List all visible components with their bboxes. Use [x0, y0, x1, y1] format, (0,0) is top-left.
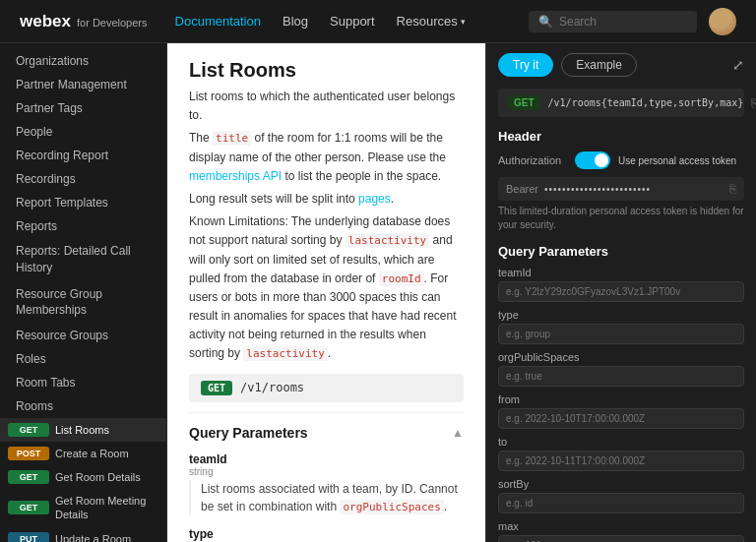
sidebar-api-get-room-meeting[interactable]: GET Get Room Meeting Details	[0, 489, 166, 527]
tab-try-it[interactable]: Try it	[498, 53, 553, 77]
endpoint-block: GET /v1/rooms{teamId,type,sortBy,max} ⎘	[498, 89, 744, 117]
qp-type-input[interactable]	[498, 324, 744, 344]
topnav: webex for Developers Documentation Blog …	[0, 0, 756, 43]
auth-toggle-label: Use personal access token	[618, 154, 736, 167]
qp-teamid-input[interactable]	[498, 281, 744, 302]
nav-documentation[interactable]: Documentation	[175, 14, 261, 29]
sidebar-item-roles[interactable]: Roles	[0, 347, 166, 371]
tab-example[interactable]: Example	[561, 53, 637, 77]
header-title: Header	[498, 129, 744, 144]
qp-from: from	[498, 393, 744, 429]
desc3: Long result sets will be split into page…	[189, 190, 464, 209]
param-type: string	[189, 466, 464, 477]
sidebar-api-create-room[interactable]: POST Create a Room	[0, 442, 166, 465]
header-section: Header Authorization Use personal access…	[498, 129, 744, 232]
copy-icon[interactable]: ⎘	[751, 96, 756, 110]
hidden-note: This limited-duration personal access to…	[498, 205, 744, 232]
qp-label: max	[498, 520, 744, 532]
sidebar-item-recordings[interactable]: Recordings	[0, 167, 166, 191]
qp-orgpublicspaces: orgPublicSpaces	[498, 351, 744, 387]
sidebar: Organizations Partner Management Partner…	[0, 43, 167, 542]
sidebar-item-report-templates[interactable]: Report Templates	[0, 191, 166, 214]
qp-label: orgPublicSpaces	[498, 351, 744, 363]
sidebar-item-resource-groups[interactable]: Resource Groups	[0, 324, 166, 347]
qp-max: max	[498, 520, 744, 542]
bearer-dots: ••••••••••••••••••••••••	[544, 184, 724, 195]
nav-blog[interactable]: Blog	[283, 14, 308, 29]
endpoint-url-panel: /v1/rooms{teamId,type,sortBy,max}	[548, 97, 744, 108]
search-bar[interactable]: 🔍	[529, 11, 697, 32]
qp-label: sortBy	[498, 478, 744, 490]
sidebar-item-reports[interactable]: Reports	[0, 214, 166, 238]
sidebar-item-recording-report[interactable]: Recording Report	[0, 144, 166, 167]
sidebar-api-list-rooms[interactable]: GET List Rooms	[0, 418, 166, 442]
logo-sub: for Developers	[77, 17, 148, 29]
sidebar-api-label: List Rooms	[55, 424, 109, 436]
param-type-block: type string List rooms by type. Cannot b…	[189, 527, 464, 542]
sidebar-api-get-room-details[interactable]: GET Get Room Details	[0, 465, 166, 489]
param-name: teamId	[189, 452, 464, 466]
memberships-link[interactable]: memberships API	[189, 169, 282, 183]
nav-resources[interactable]: Resources ▾	[397, 14, 466, 29]
qp-label: teamId	[498, 267, 744, 278]
param-name: type	[189, 527, 464, 541]
sidebar-item-resource-group-memberships[interactable]: Resource Group Memberships	[0, 281, 166, 325]
nav-support[interactable]: Support	[330, 14, 375, 29]
method-badge-get: GET	[8, 501, 49, 514]
sidebar-api-label: Create a Room	[55, 448, 129, 459]
qp-to-input[interactable]	[498, 451, 744, 471]
auth-label: Authorization	[498, 154, 567, 166]
param-teamid: teamId string List rooms associated with…	[189, 452, 464, 516]
search-input[interactable]	[559, 15, 687, 29]
auth-toggle[interactable]	[575, 151, 610, 169]
bearer-label: Bearer	[506, 183, 538, 195]
sidebar-item-organizations[interactable]: Organizations	[0, 49, 166, 73]
search-icon: 🔍	[538, 15, 553, 29]
method-badge-put: PUT	[8, 532, 49, 542]
sidebar-item-rooms[interactable]: Rooms	[0, 394, 166, 418]
endpoint-get-badge: GET	[508, 95, 540, 110]
page-title: List Rooms	[189, 59, 464, 82]
logo: webex for Developers	[20, 12, 148, 31]
desc1: List rooms to which the authenticated us…	[189, 88, 464, 125]
logo-webex: webex	[20, 12, 71, 31]
qp-orgpublicspaces-input[interactable]	[498, 366, 744, 387]
sidebar-item-room-tabs[interactable]: Room Tabs	[0, 371, 166, 394]
desc2: The title of the room for 1:1 rooms will…	[189, 129, 464, 186]
desc4: Known Limitations: The underlying databa…	[189, 212, 464, 364]
sidebar-item-people[interactable]: People	[0, 120, 166, 144]
avatar[interactable]	[709, 8, 736, 35]
sidebar-item-partner-tags[interactable]: Partner Tags	[0, 96, 166, 120]
sidebar-api-label: Get Room Meeting Details	[55, 494, 158, 522]
auth-row: Authorization Use personal access token	[498, 151, 744, 169]
endpoint-row: GET /v1/rooms	[189, 374, 464, 402]
main-content: List Rooms List rooms to which the authe…	[167, 43, 485, 542]
sidebar-item-reports-detailed[interactable]: Reports: Detailed Call History	[0, 238, 166, 281]
chevron-down-icon: ▾	[461, 17, 466, 27]
sidebar-item-partner-management[interactable]: Partner Management	[0, 73, 166, 96]
qp-max-input[interactable]	[498, 535, 744, 542]
qp-from-input[interactable]	[498, 408, 744, 429]
qp-sortby-input[interactable]	[498, 493, 744, 513]
pages-link[interactable]: pages	[358, 192, 391, 206]
sidebar-api-label: Update a Room	[55, 533, 131, 542]
query-params-panel: Query Parameters teamId type orgPublicSp…	[498, 244, 744, 542]
qp-type: type	[498, 309, 744, 344]
qp-label: to	[498, 436, 744, 448]
expand-icon[interactable]: ⤢	[732, 57, 744, 73]
copy-bearer-icon[interactable]: ⎘	[729, 182, 736, 196]
toggle-knob	[595, 153, 608, 167]
nav-links: Documentation Blog Support Resources ▾	[175, 14, 466, 29]
query-params-title: Query Parameters	[189, 425, 308, 441]
method-badge-get: GET	[8, 470, 49, 484]
qp-label: type	[498, 309, 744, 321]
method-badge-post: POST	[8, 447, 49, 460]
endpoint-url: /v1/rooms	[240, 381, 304, 394]
right-panel: Try it Example ⤢ GET /v1/rooms{teamId,ty…	[485, 43, 756, 542]
qp-teamid: teamId	[498, 267, 744, 302]
method-badge-get: GET	[8, 423, 49, 437]
query-params-header: Query Parameters ▲	[189, 412, 464, 441]
bearer-row: Bearer •••••••••••••••••••••••• ⎘	[498, 177, 744, 201]
sidebar-api-update-room[interactable]: PUT Update a Room	[0, 527, 166, 542]
collapse-icon[interactable]: ▲	[452, 426, 464, 440]
